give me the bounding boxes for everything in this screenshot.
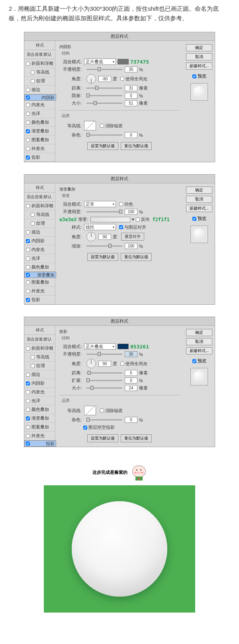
style-inner-glow[interactable]: 内发光 bbox=[24, 245, 55, 254]
style-satin[interactable]: 光泽 bbox=[24, 397, 55, 405]
contour-picker[interactable] bbox=[84, 406, 96, 415]
angle-input[interactable]: 90 bbox=[98, 361, 111, 367]
opacity-slider[interactable] bbox=[86, 354, 122, 355]
style-bevel[interactable]: 斜面和浮雕 bbox=[24, 59, 55, 68]
preview-check[interactable] bbox=[192, 74, 196, 78]
style-satin[interactable]: 光泽 bbox=[24, 109, 55, 118]
opacity-input[interactable]: 35 bbox=[125, 66, 137, 72]
set-default-button[interactable]: 设置为默认值 bbox=[87, 142, 118, 150]
style-texture[interactable]: 纹理 bbox=[24, 362, 55, 370]
color-swatch[interactable] bbox=[118, 59, 129, 64]
global-light-check[interactable] bbox=[120, 77, 124, 81]
styles-header[interactable]: 样式 bbox=[24, 41, 55, 50]
styles-header[interactable]: 样式 bbox=[24, 326, 55, 335]
spread-input[interactable]: 0 bbox=[125, 377, 137, 383]
style-inner-glow[interactable]: 内发光 bbox=[24, 388, 55, 397]
style-stroke[interactable]: 描边 bbox=[24, 370, 55, 379]
scale-input[interactable]: 100 bbox=[125, 243, 137, 249]
opacity-slider[interactable] bbox=[86, 69, 122, 70]
cancel-button[interactable]: 取消 bbox=[186, 196, 212, 203]
cancel-button[interactable]: 取消 bbox=[186, 53, 212, 60]
blend-options[interactable]: 混合选项:默认 bbox=[24, 50, 55, 59]
size-slider[interactable] bbox=[86, 387, 122, 389]
angle-input[interactable]: -90 bbox=[98, 76, 111, 82]
opacity-input[interactable]: 35 bbox=[125, 351, 137, 357]
choke-input[interactable]: 0 bbox=[125, 93, 137, 99]
blend-mode-select[interactable]: 正片叠底▾ bbox=[84, 343, 116, 350]
contour-picker[interactable] bbox=[84, 121, 96, 130]
style-color-overlay[interactable]: 颜色叠加 bbox=[24, 118, 55, 127]
styles-header[interactable]: 样式 bbox=[24, 183, 55, 193]
spread-slider[interactable] bbox=[86, 380, 122, 381]
ok-button[interactable]: 确定 bbox=[186, 44, 212, 51]
reset-default-button[interactable]: 复位为默认值 bbox=[121, 142, 152, 150]
style-inner-shadow[interactable]: 内阴影 bbox=[24, 379, 55, 388]
angle-dial[interactable] bbox=[86, 232, 96, 241]
style-gradient-overlay[interactable]: 渐变叠加 bbox=[24, 127, 55, 136]
knockout-check[interactable] bbox=[83, 426, 87, 430]
antialias-check[interactable] bbox=[100, 409, 104, 412]
style-select[interactable]: 线性▾ bbox=[84, 224, 116, 230]
ok-button[interactable]: 确定 bbox=[186, 329, 212, 336]
antialias-check[interactable] bbox=[100, 124, 104, 128]
gradient-picker[interactable] bbox=[90, 217, 130, 222]
distance-slider[interactable] bbox=[86, 372, 122, 374]
style-drop-shadow[interactable]: 投影 bbox=[24, 440, 56, 447]
blend-mode-select[interactable]: 正常▾ bbox=[84, 201, 116, 207]
style-contour[interactable]: 等高线 bbox=[24, 353, 55, 362]
style-satin[interactable]: 光泽 bbox=[24, 254, 55, 263]
style-inner-shadow[interactable]: 内阴影 bbox=[24, 94, 56, 101]
style-drop-shadow[interactable]: 投影 bbox=[24, 296, 55, 304]
angle-dial[interactable] bbox=[86, 74, 96, 84]
dither-check[interactable] bbox=[119, 202, 123, 206]
style-contour[interactable]: 等高线 bbox=[24, 68, 55, 77]
preview-check[interactable] bbox=[192, 217, 196, 221]
style-contour[interactable]: 等高线 bbox=[24, 210, 55, 219]
distance-input[interactable]: 5 bbox=[125, 370, 137, 376]
new-style-button[interactable]: 新建样式... bbox=[186, 62, 212, 70]
style-outer-glow[interactable]: 外发光 bbox=[24, 432, 55, 440]
new-style-button[interactable]: 新建样式... bbox=[186, 347, 212, 354]
ok-button[interactable]: 确定 bbox=[186, 187, 212, 194]
style-bevel[interactable]: 斜面和浮雕 bbox=[24, 202, 55, 210]
style-bevel[interactable]: 斜面和浮雕 bbox=[24, 344, 55, 353]
style-color-overlay[interactable]: 颜色叠加 bbox=[24, 263, 55, 272]
style-stroke[interactable]: 描边 bbox=[24, 228, 55, 237]
color-swatch[interactable] bbox=[118, 344, 129, 349]
size-input[interactable]: 51 bbox=[125, 100, 137, 106]
opacity-slider[interactable] bbox=[86, 211, 122, 212]
blend-mode-select[interactable]: 正片叠底▾ bbox=[84, 58, 116, 65]
style-pattern-overlay[interactable]: 图案叠加 bbox=[24, 423, 55, 432]
style-texture[interactable]: 纹理 bbox=[24, 77, 55, 86]
style-inner-glow[interactable]: 内发光 bbox=[24, 101, 55, 109]
choke-slider[interactable] bbox=[86, 95, 122, 96]
align-check[interactable] bbox=[119, 225, 123, 229]
reset-default-button[interactable]: 复位为默认值 bbox=[121, 253, 152, 261]
set-default-button[interactable]: 设置为默认值 bbox=[87, 434, 118, 442]
new-style-button[interactable]: 新建样式... bbox=[186, 205, 212, 212]
angle-input[interactable]: 90 bbox=[98, 234, 111, 240]
style-pattern-overlay[interactable]: 图案叠加 bbox=[24, 278, 55, 287]
style-gradient-overlay[interactable]: 渐变叠加 bbox=[24, 414, 55, 423]
style-stroke[interactable]: 描边 bbox=[24, 86, 55, 94]
set-default-button[interactable]: 设置为默认值 bbox=[87, 253, 118, 261]
angle-dial[interactable] bbox=[86, 359, 96, 368]
global-light-check[interactable] bbox=[120, 362, 124, 366]
opacity-input[interactable]: 100 bbox=[125, 209, 137, 215]
blend-options[interactable]: 混合选项:默认 bbox=[24, 193, 55, 202]
preview-check[interactable] bbox=[192, 359, 196, 363]
distance-input[interactable]: 31 bbox=[125, 85, 137, 91]
style-outer-glow[interactable]: 外发光 bbox=[24, 144, 55, 153]
style-drop-shadow[interactable]: 投影 bbox=[24, 153, 55, 162]
style-pattern-overlay[interactable]: 图案叠加 bbox=[24, 136, 55, 144]
noise-input[interactable]: 0 bbox=[125, 132, 137, 138]
distance-slider[interactable] bbox=[86, 88, 122, 89]
noise-slider[interactable] bbox=[86, 419, 122, 420]
reset-default-button[interactable]: 复位为默认值 bbox=[121, 434, 152, 442]
size-input[interactable]: 24 bbox=[125, 385, 137, 391]
cancel-button[interactable]: 取消 bbox=[186, 338, 212, 345]
reverse-check[interactable] bbox=[136, 218, 140, 222]
style-color-overlay[interactable]: 颜色叠加 bbox=[24, 405, 55, 414]
style-texture[interactable]: 纹理 bbox=[24, 219, 55, 228]
size-slider[interactable] bbox=[86, 103, 122, 104]
